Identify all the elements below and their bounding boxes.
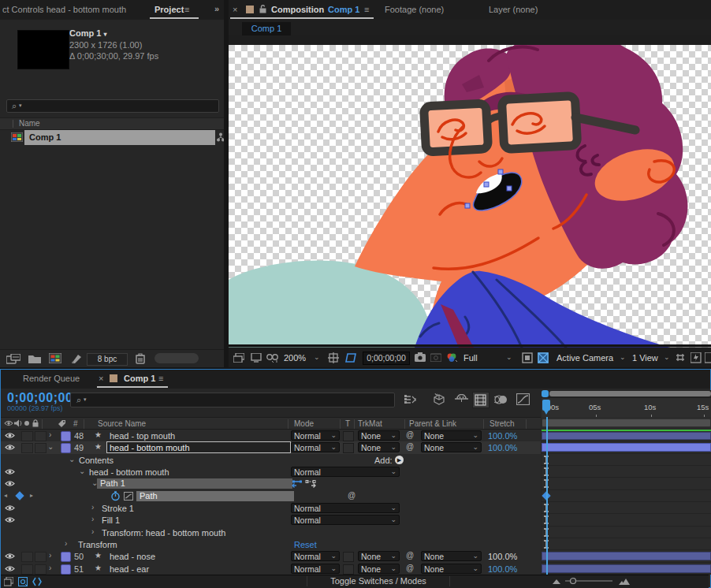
interpret-footage-icon[interactable] <box>6 354 20 364</box>
solo-column-icon[interactable] <box>24 421 29 426</box>
preserve-transparency-cell[interactable] <box>343 552 354 562</box>
label-color-swatch[interactable] <box>61 431 71 441</box>
parent-dropdown[interactable]: None⌄ <box>421 564 482 574</box>
display-icon[interactable] <box>251 353 262 363</box>
project-brush-icon[interactable] <box>71 353 82 364</box>
audio-cell[interactable] <box>21 431 33 441</box>
parent-dropdown[interactable]: None⌄ <box>421 442 482 452</box>
pickwhip-icon[interactable]: @ <box>406 551 414 560</box>
draft-3d-icon[interactable] <box>433 393 445 405</box>
timeline-search-input[interactable]: ⌕ ▾ <box>70 393 395 408</box>
reset-link[interactable]: Reset <box>294 540 317 549</box>
clipped-toolbar-icon[interactable] <box>705 352 711 363</box>
item-name[interactable]: Comp 1 <box>29 132 61 142</box>
camera-chevron-icon[interactable]: ⌄ <box>620 353 626 361</box>
pixel-aspect-icon[interactable] <box>675 352 686 363</box>
layer-transform-row[interactable]: › Transform Reset <box>1 538 541 550</box>
prev-keyframe-icon[interactable]: ◂ <box>4 492 7 499</box>
current-timecode[interactable]: 0;00;00;00 <box>7 391 73 405</box>
toggle-inout-pane-icon[interactable] <box>32 577 42 586</box>
visibility-eye-icon[interactable] <box>5 516 15 523</box>
property-pickwhip-icon[interactable]: @ <box>348 491 356 500</box>
expander-icon[interactable]: ⌄ <box>47 442 54 451</box>
parent-column-header[interactable]: Parent & Link <box>409 419 456 428</box>
expander-icon[interactable]: › <box>49 551 51 560</box>
mode-dropdown[interactable]: Normal⌄ <box>291 551 340 561</box>
viewer-timecode[interactable]: 0;00;00;00 <box>363 352 410 365</box>
project-comp-name[interactable]: Comp 1 ▾ <box>69 28 106 38</box>
grid-guides-icon[interactable] <box>328 352 339 363</box>
project-menu-icon[interactable]: ≡ <box>184 5 189 14</box>
audio-cell[interactable] <box>21 443 33 453</box>
trkmat-dropdown[interactable]: None⌄ <box>358 551 400 561</box>
view-layout-chevron-icon[interactable]: ⌄ <box>664 353 670 361</box>
bit-depth-button[interactable]: 8 bpc <box>87 353 128 366</box>
multi-view-icon[interactable] <box>233 353 244 363</box>
comp-name-dropdown-icon[interactable]: ▾ <box>103 31 106 38</box>
pickwhip-icon[interactable]: @ <box>406 430 414 439</box>
layer-row-51[interactable]: › 51 ★ head - ear Normal⌄ None⌄ @ None⌄ … <box>1 563 541 575</box>
label-column-icon[interactable] <box>58 419 66 428</box>
name-column-header[interactable]: Name <box>19 119 40 128</box>
zoom-chevron-icon[interactable]: ⌄ <box>314 353 320 361</box>
stretch-column-header[interactable]: Stretch <box>490 419 515 428</box>
show-snapshot-icon[interactable] <box>430 352 441 362</box>
eye-column-icon[interactable] <box>4 420 13 426</box>
keyframe-toggle-diamond[interactable] <box>15 491 24 500</box>
expander-icon[interactable]: › <box>49 564 51 572</box>
group-name[interactable]: Transform <box>78 540 117 549</box>
viewer-canvas[interactable] <box>229 45 711 348</box>
toggle-switches-pane-icon[interactable] <box>4 577 13 586</box>
expander-icon[interactable]: ⌄ <box>69 455 75 463</box>
timeline-menu-icon[interactable]: ≡ <box>158 374 163 383</box>
motion-blur-icon[interactable] <box>494 395 508 404</box>
mode-column-header[interactable]: Mode <box>294 419 314 428</box>
region-of-interest-icon[interactable] <box>345 352 357 363</box>
time-ruler[interactable]: :00s 05s 10s 15s <box>542 397 711 418</box>
search-icon[interactable]: ⌕ <box>12 101 17 111</box>
viewer-panel-title[interactable]: Composition <box>271 5 324 14</box>
pickwhip-icon[interactable]: @ <box>406 442 414 451</box>
audio-cell[interactable] <box>21 564 33 575</box>
mode-dropdown[interactable]: Normal⌄ <box>291 503 400 513</box>
shape-direction-reverse-icon[interactable] <box>305 478 316 488</box>
zoom-level-select[interactable]: 200% <box>284 353 306 363</box>
new-folder-icon[interactable] <box>28 354 41 363</box>
fast-previews-icon[interactable] <box>691 352 702 363</box>
zoom-in-mountain-icon[interactable] <box>619 578 630 585</box>
parent-dropdown[interactable]: None⌄ <box>421 551 482 561</box>
preserve-transparency-cell[interactable] <box>343 431 354 441</box>
trkmat-dropdown[interactable]: None⌄ <box>358 442 400 452</box>
group-name[interactable]: Fill 1 <box>102 515 120 525</box>
preserve-transparency-cell[interactable] <box>343 443 354 453</box>
timeline-search-options-icon[interactable]: ▾ <box>84 396 87 403</box>
layer-row-49[interactable]: ⌄ 49 ★ head - bottom mouth Normal⌄ None⌄… <box>1 441 541 453</box>
timeline-zoom-slider[interactable] <box>565 578 612 584</box>
contents-row[interactable]: ⌄ Contents Add: ▶ <box>1 454 541 466</box>
shape-direction-icon[interactable] <box>292 478 303 488</box>
tab-project[interactable]: Project <box>154 5 184 14</box>
parent-dropdown[interactable]: None⌄ <box>421 430 482 441</box>
layer-name[interactable]: head - ear <box>110 564 149 574</box>
snapshot-icon[interactable] <box>415 352 426 362</box>
group-name[interactable]: head - bottom mouth <box>89 467 169 477</box>
group-name[interactable]: Stroke 1 <box>102 504 134 513</box>
playhead-line[interactable] <box>546 417 548 575</box>
layer-row-50[interactable]: › 50 ★ head - nose Normal⌄ None⌄ @ None⌄… <box>1 550 541 562</box>
trkmat-column-header[interactable]: TrkMat <box>358 419 382 428</box>
hash-column-header[interactable]: # <box>73 419 78 428</box>
resolution-chevron-icon[interactable]: ⌄ <box>506 353 512 361</box>
fill-row[interactable]: › Fill 1 Normal⌄ <box>1 514 541 526</box>
stretch-value[interactable]: 100.0% <box>488 431 519 441</box>
stopwatch-icon[interactable] <box>111 491 120 501</box>
roi-toggle-icon[interactable] <box>522 352 533 363</box>
source-name-column-header[interactable]: Source Name <box>98 419 146 428</box>
mask-visibility-icon[interactable] <box>266 353 279 363</box>
solo-cell[interactable] <box>35 564 47 575</box>
solo-cell[interactable] <box>35 431 47 441</box>
lock-column-icon[interactable] <box>32 419 39 427</box>
trkmat-dropdown[interactable]: None⌄ <box>358 430 400 441</box>
expander-icon[interactable]: › <box>91 515 94 523</box>
zoom-out-mountain-icon[interactable] <box>553 579 560 584</box>
view-layout-select[interactable]: 1 View <box>632 353 658 363</box>
